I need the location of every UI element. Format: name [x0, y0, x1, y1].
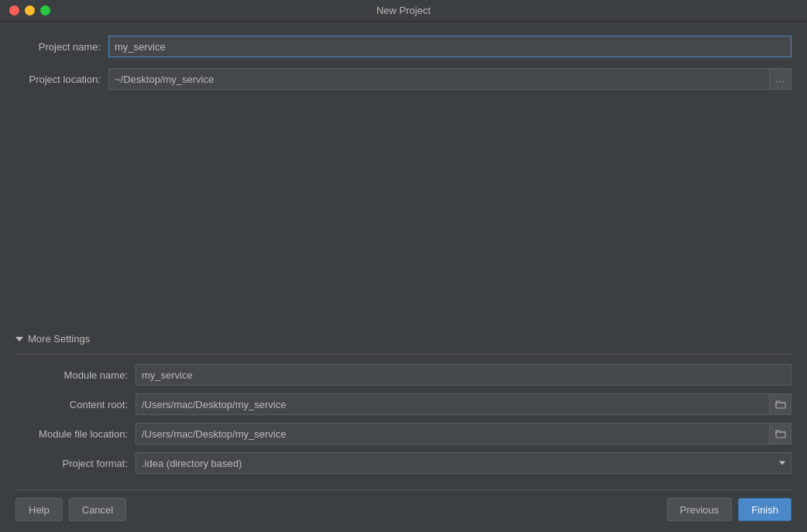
module-name-row: Module name:: [15, 364, 792, 386]
bottom-bar: Help Cancel Previous Finish: [15, 489, 792, 524]
project-name-input[interactable]: [108, 36, 792, 57]
more-settings-header[interactable]: More Settings: [15, 333, 792, 345]
project-format-select[interactable]: .idea (directory based) .ipr (file based…: [136, 452, 792, 474]
chevron-down-icon: [15, 337, 23, 342]
previous-button[interactable]: Previous: [667, 498, 733, 521]
module-file-location-label: Module file location:: [15, 428, 136, 440]
project-format-label: Project format:: [15, 458, 136, 469]
module-name-input[interactable]: [136, 364, 792, 386]
module-file-location-browse-button[interactable]: [770, 423, 792, 444]
content-root-field: [136, 393, 792, 415]
project-location-field: ...: [108, 68, 792, 90]
content-root-row: Content root:: [15, 393, 792, 415]
title-bar: New Project: [0, 0, 807, 22]
module-name-label: Module name:: [15, 369, 136, 381]
project-name-row: Project name:: [15, 36, 792, 57]
close-button[interactable]: [9, 5, 19, 15]
maximize-button[interactable]: [40, 5, 50, 15]
help-button[interactable]: Help: [15, 498, 63, 521]
more-settings-section: More Settings Module name: Content root:: [15, 333, 792, 474]
module-file-location-field: [136, 423, 792, 444]
content-root-browse-button[interactable]: [770, 393, 792, 415]
project-name-label: Project name:: [15, 41, 108, 53]
svg-rect-0: [776, 403, 785, 408]
traffic-lights: [9, 5, 50, 15]
content-root-input[interactable]: [136, 393, 770, 415]
content-spacer: [15, 101, 792, 333]
main-content: Project name: Project location: ... More…: [0, 22, 807, 532]
project-format-select-wrapper: .idea (directory based) .ipr (file based…: [136, 452, 792, 474]
project-location-row: Project location: ...: [15, 68, 792, 90]
project-format-row: Project format: .idea (directory based) …: [15, 452, 792, 474]
more-settings-label: More Settings: [28, 333, 90, 345]
module-file-location-row: Module file location:: [15, 423, 792, 444]
project-location-input[interactable]: [108, 68, 770, 90]
more-settings-content: Module name: Content root:: [15, 364, 792, 474]
svg-rect-1: [776, 432, 785, 438]
project-location-label: Project location:: [15, 74, 108, 85]
bottom-bar-right: Previous Finish: [667, 498, 792, 521]
module-file-location-input[interactable]: [136, 423, 770, 444]
project-location-browse-button[interactable]: ...: [770, 68, 792, 90]
bottom-bar-left: Help Cancel: [15, 498, 126, 521]
cancel-button[interactable]: Cancel: [69, 498, 126, 521]
divider: [15, 354, 792, 355]
window-title: New Project: [376, 5, 431, 16]
minimize-button[interactable]: [25, 5, 35, 15]
content-root-label: Content root:: [15, 399, 136, 410]
finish-button[interactable]: Finish: [738, 498, 792, 521]
